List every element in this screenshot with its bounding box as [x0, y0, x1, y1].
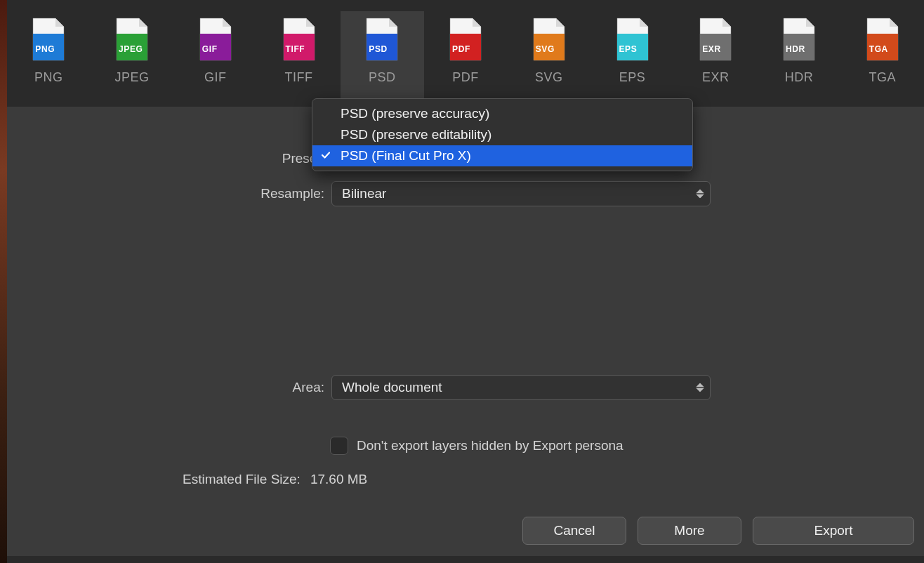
file-icon: TGA [864, 17, 901, 62]
file-icon: PDF [447, 17, 484, 62]
format-toolbar: PNGPNG JPEGJPEG GIFGIF TIFFTIFF PSDPSD P… [7, 0, 924, 107]
dont-export-hidden-label: Don't export layers hidden by Export per… [357, 438, 623, 453]
format-label: TGA [869, 70, 896, 85]
area-select[interactable]: Whole document [331, 375, 711, 400]
cancel-button-label: Cancel [553, 523, 595, 538]
more-button-label: More [674, 523, 704, 538]
format-label: EXR [702, 70, 730, 85]
file-icon: SVG [531, 17, 567, 62]
file-icon: TIFF [281, 17, 317, 62]
preset-option-label: PSD (preserve accuracy) [341, 106, 489, 121]
preset-option-label: PSD (Final Cut Pro X) [341, 148, 471, 164]
file-icon: EPS [614, 17, 651, 62]
format-jpeg[interactable]: JPEGJPEG [91, 17, 174, 85]
format-badge: PSD [367, 44, 389, 55]
format-exr[interactable]: EXREXR [674, 17, 758, 85]
format-label: PSD [369, 70, 396, 85]
format-tiff[interactable]: TIFFTIFF [257, 17, 341, 85]
format-label: HDR [785, 70, 814, 85]
format-label: GIF [204, 70, 227, 85]
checkmark-icon [321, 148, 331, 164]
resample-row: Resample: Bilinear [226, 181, 711, 206]
format-tga[interactable]: TGATGA [840, 17, 924, 85]
format-eps[interactable]: EPSEPS [590, 17, 674, 85]
window-edge-decoration [0, 0, 7, 563]
format-badge: SVG [534, 44, 557, 55]
format-label: SVG [535, 70, 563, 85]
cancel-button[interactable]: Cancel [522, 517, 626, 545]
format-badge: GIF [200, 44, 220, 55]
format-badge: PDF [450, 44, 473, 55]
export-button[interactable]: Export [753, 517, 914, 545]
format-label: TIFF [285, 70, 313, 85]
estimated-file-size-label: Estimated File Size: [183, 472, 301, 487]
svg-marker-14 [696, 194, 704, 199]
export-settings-panel: Preset: PSD (Final Cut Pro X) Resample: … [7, 107, 924, 556]
svg-marker-16 [696, 388, 704, 392]
file-icon: HDR [781, 17, 817, 62]
resample-select[interactable]: Bilinear [331, 181, 711, 206]
area-select-value: Whole document [342, 380, 442, 395]
preset-dropdown-menu[interactable]: PSD (preserve accuracy)PSD (preserve edi… [312, 98, 693, 171]
format-badge: EPS [617, 44, 640, 55]
format-psd[interactable]: PSDPSD [341, 11, 424, 107]
resample-select-value: Bilinear [342, 186, 386, 201]
export-dialog: PNGPNG JPEGJPEG GIFGIF TIFFTIFF PSDPSD P… [7, 0, 924, 556]
format-badge: TGA [867, 44, 890, 55]
area-label: Area: [226, 380, 324, 395]
format-badge: TIFF [284, 44, 308, 55]
file-icon: GIF [197, 17, 234, 62]
export-button-label: Export [814, 523, 853, 538]
format-hdr[interactable]: HDRHDR [758, 17, 841, 85]
preset-option[interactable]: PSD (Final Cut Pro X) [312, 145, 692, 166]
svg-marker-13 [696, 190, 704, 194]
estimated-file-size-row: Estimated File Size: 17.60 MB [183, 472, 367, 487]
preset-option[interactable]: PSD (preserve accuracy) [312, 103, 692, 124]
format-badge: EXR [700, 44, 722, 55]
preset-option[interactable]: PSD (preserve editability) [312, 124, 692, 145]
format-label: PDF [452, 70, 479, 85]
stepper-icon [696, 190, 704, 199]
dont-export-hidden-checkbox[interactable] [330, 437, 348, 455]
format-label: EPS [619, 70, 646, 85]
svg-marker-15 [696, 383, 704, 388]
file-icon: EXR [697, 17, 734, 62]
stepper-icon [696, 383, 704, 392]
preset-option-label: PSD (preserve editability) [341, 127, 491, 143]
format-label: PNG [34, 70, 63, 85]
area-row: Area: Whole document [226, 375, 711, 400]
preset-label: Preset: [226, 151, 324, 166]
format-label: JPEG [115, 70, 150, 85]
format-png[interactable]: PNGPNG [7, 17, 91, 85]
format-gif[interactable]: GIFGIF [173, 17, 257, 85]
resample-label: Resample: [226, 186, 324, 201]
dont-export-hidden-row: Don't export layers hidden by Export per… [330, 437, 623, 455]
file-icon: JPEG [114, 17, 150, 62]
more-button[interactable]: More [638, 517, 741, 545]
format-badge: PNG [33, 44, 57, 55]
file-icon: PNG [30, 17, 67, 62]
dialog-button-bar: Cancel More Export [522, 517, 914, 545]
format-badge: HDR [784, 44, 807, 55]
file-icon: PSD [364, 17, 400, 62]
format-pdf[interactable]: PDFPDF [424, 17, 508, 85]
estimated-file-size-value: 17.60 MB [310, 472, 367, 487]
format-badge: JPEG [117, 44, 145, 55]
format-svg[interactable]: SVGSVG [507, 17, 590, 85]
